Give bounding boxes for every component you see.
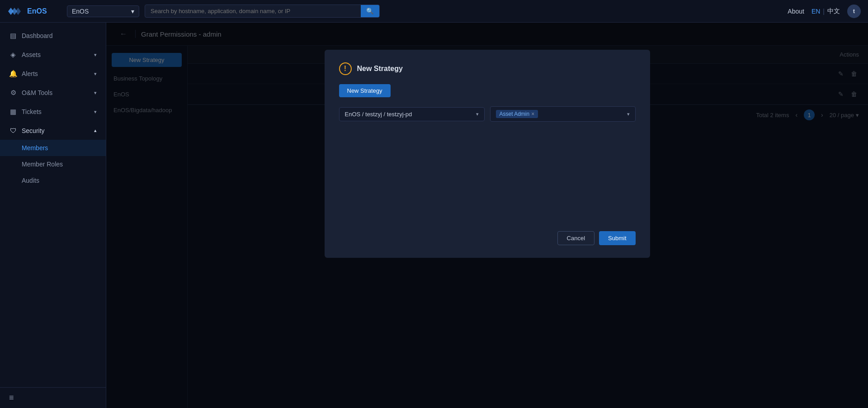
tickets-icon: ▦	[9, 108, 17, 116]
om-tools-icon: ⚙	[9, 89, 17, 97]
sidebar-item-label: O&M Tools	[22, 89, 90, 96]
logo-text: EnOS	[27, 7, 47, 15]
topnav-right: About EN | 中文 t	[788, 5, 861, 18]
chevron-down-icon: ▾	[94, 90, 97, 96]
search-icon: 🔍	[366, 8, 374, 14]
user-avatar[interactable]: t	[847, 5, 861, 18]
alerts-icon: 🔔	[9, 70, 17, 78]
new-strategy-modal: ! New Strategy New Strategy EnOS / testz…	[325, 50, 650, 258]
role-tag-close-icon[interactable]: ×	[531, 111, 534, 117]
sidebar-item-label: Security	[22, 127, 90, 134]
modal-footer: Cancel Submit	[339, 231, 636, 245]
chevron-down-icon: ▾	[94, 109, 97, 115]
sidebar-item-label: Tickets	[22, 108, 90, 115]
lang-zh[interactable]: 中文	[827, 7, 840, 15]
security-icon: 🛡	[9, 127, 17, 134]
sidebar-subitem-member-roles[interactable]: Member Roles	[0, 156, 106, 172]
topnav: EnOS EnOS ▾ 🔍 About EN | 中文 t	[0, 0, 868, 23]
subitem-label: Members	[22, 144, 48, 152]
modal-spacer	[339, 131, 636, 222]
logo-area: EnOS	[7, 6, 61, 17]
warning-exclamation: !	[344, 65, 346, 73]
modal-overlay: ! New Strategy New Strategy EnOS / testz…	[106, 23, 868, 408]
main-layout: ▤ Dashboard ◈ Assets ▾ 🔔 Alerts ▾ ⚙ O&M …	[0, 23, 868, 408]
chevron-down-icon: ▾	[94, 52, 97, 58]
sidebar-item-label: Assets	[22, 51, 90, 58]
modal-title: New Strategy	[357, 65, 403, 73]
hamburger-icon[interactable]: ≡	[9, 393, 14, 402]
role-tag-label: Asset Admin	[500, 111, 530, 117]
search-input[interactable]	[145, 5, 361, 17]
env-value: EnOS	[72, 8, 89, 15]
lang-switch: EN | 中文	[811, 7, 840, 15]
modal-fields-row: EnOS / testzyj / testzyj-pd ▾ Asset Admi…	[339, 106, 636, 122]
sidebar-item-tickets[interactable]: ▦ Tickets ▾	[0, 102, 106, 121]
sidebar-subitem-members[interactable]: Members	[0, 140, 106, 156]
cancel-button[interactable]: Cancel	[557, 231, 594, 245]
role-selector[interactable]: Asset Admin × ▾	[490, 106, 636, 122]
sidebar-item-alerts[interactable]: 🔔 Alerts ▾	[0, 64, 106, 83]
lang-divider: |	[823, 8, 825, 15]
sidebar-bottom: ≡	[0, 387, 106, 408]
assets-icon: ◈	[9, 51, 17, 59]
enos-logo-icon	[7, 6, 24, 17]
sidebar: ▤ Dashboard ◈ Assets ▾ 🔔 Alerts ▾ ⚙ O&M …	[0, 23, 106, 408]
search-bar: 🔍	[145, 5, 380, 18]
sidebar-item-security[interactable]: 🛡 Security ▴	[0, 121, 106, 140]
modal-title-row: ! New Strategy	[339, 62, 636, 75]
chevron-up-icon: ▴	[94, 128, 97, 133]
subitem-label: Member Roles	[22, 161, 63, 168]
modal-new-strategy-button[interactable]: New Strategy	[339, 84, 391, 97]
sidebar-subitem-audits[interactable]: Audits	[0, 172, 106, 189]
sidebar-item-dashboard[interactable]: ▤ Dashboard	[0, 26, 106, 45]
role-chevron-icon: ▾	[627, 111, 630, 117]
scope-chevron-icon: ▾	[476, 111, 479, 117]
about-link[interactable]: About	[788, 8, 804, 15]
sidebar-item-label: Alerts	[22, 70, 90, 77]
user-initial: t	[853, 8, 855, 14]
sidebar-item-om-tools[interactable]: ⚙ O&M Tools ▾	[0, 83, 106, 102]
env-selector[interactable]: EnOS ▾	[67, 5, 139, 17]
lang-en[interactable]: EN	[811, 8, 820, 15]
chevron-down-icon: ▾	[94, 71, 97, 77]
subitem-label: Audits	[22, 177, 39, 184]
main-content: ← Grant Permissions - admin New Strategy…	[106, 23, 868, 408]
submit-button[interactable]: Submit	[599, 231, 635, 245]
sidebar-item-assets[interactable]: ◈ Assets ▾	[0, 45, 106, 64]
env-chevron-icon: ▾	[131, 8, 134, 15]
search-button[interactable]: 🔍	[361, 5, 379, 17]
role-tag: Asset Admin ×	[496, 110, 538, 118]
scope-value: EnOS / testzyj / testzyj-pd	[345, 111, 412, 118]
dashboard-icon: ▤	[9, 32, 17, 40]
warning-icon: !	[339, 62, 352, 75]
sidebar-item-label: Dashboard	[22, 32, 97, 39]
scope-selector[interactable]: EnOS / testzyj / testzyj-pd ▾	[339, 107, 485, 121]
